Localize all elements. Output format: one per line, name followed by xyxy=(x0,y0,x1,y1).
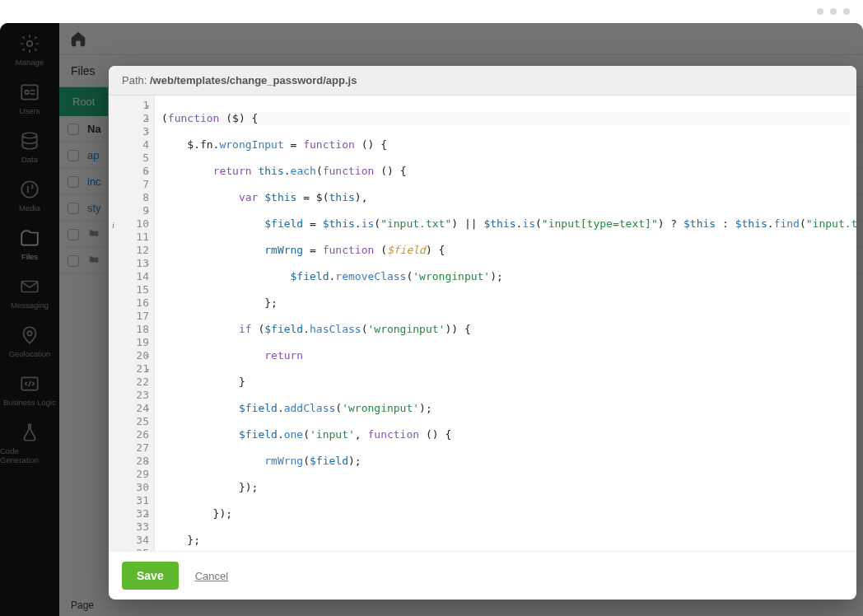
code-editor[interactable]: 1234567891011121314151617181920212223242… xyxy=(109,96,856,551)
gear-icon xyxy=(19,33,40,54)
file-name[interactable]: sty xyxy=(87,202,101,214)
editor-code-area[interactable]: (function ($) { $.fn.wrongInput = functi… xyxy=(155,96,856,551)
sidebar-item-code-generation[interactable]: Code Generation xyxy=(0,417,59,469)
gutter-line: 3 xyxy=(109,125,149,138)
window-control-dot[interactable] xyxy=(830,8,837,15)
gutter-line: 10 xyxy=(109,217,149,231)
sidebar-item-geolocation[interactable]: Geolocation xyxy=(0,320,59,363)
users-icon xyxy=(19,82,40,103)
gutter-line: 33 xyxy=(109,520,149,534)
database-icon xyxy=(19,130,40,152)
gutter-line: 15 xyxy=(109,283,149,296)
svg-point-4 xyxy=(21,181,38,198)
nav-sidebar: Manage Users Data Media xyxy=(0,23,59,616)
gutter-line: 28 xyxy=(109,455,149,468)
code-editor-modal: Path: /web/templates/change_password/app… xyxy=(109,66,856,600)
gutter-line: 21 xyxy=(109,362,149,376)
pagination: Page xyxy=(71,600,94,611)
row-checkbox[interactable] xyxy=(68,150,79,161)
media-icon xyxy=(19,179,40,200)
gutter-line: 23 xyxy=(109,389,149,402)
gutter-line: 30 xyxy=(109,481,149,494)
sidebar-item-users[interactable]: Users xyxy=(0,77,59,120)
folder-icon xyxy=(87,227,100,241)
gutter-line: 4 xyxy=(109,138,149,152)
gutter-line: 31 xyxy=(109,494,149,507)
gutter-line: 8 xyxy=(109,191,149,204)
gutter-line: 26 xyxy=(109,428,149,441)
file-path: /web/templates/change_password/app.js xyxy=(150,74,357,86)
window-control-dot[interactable] xyxy=(843,8,850,15)
svg-point-0 xyxy=(27,41,33,47)
sidebar-label: Files xyxy=(21,252,38,261)
gutter-line: 34 xyxy=(109,534,149,547)
sidebar-label: Data xyxy=(21,155,38,164)
pin-icon xyxy=(19,324,40,346)
page-label: Page xyxy=(71,600,94,611)
select-all-checkbox[interactable] xyxy=(68,124,79,135)
gutter-line: 16 xyxy=(109,296,149,310)
file-name[interactable]: ap xyxy=(87,149,99,161)
save-button[interactable]: Save xyxy=(122,562,179,590)
editor-gutter: 1234567891011121314151617181920212223242… xyxy=(109,96,155,551)
path-prefix: Path: xyxy=(122,74,147,86)
gutter-line: 18 xyxy=(109,323,149,336)
modal-footer: Save Cancel xyxy=(109,551,856,600)
gutter-line: 24 xyxy=(109,402,149,415)
sidebar-item-business-logic[interactable]: Business Logic xyxy=(0,368,59,412)
breadcrumb-root[interactable]: Root xyxy=(59,87,108,116)
sidebar-label: Media xyxy=(19,203,40,212)
sidebar-item-data[interactable]: Data xyxy=(0,125,59,169)
row-checkbox[interactable] xyxy=(68,255,79,267)
gutter-line: 2 xyxy=(109,112,149,125)
gutter-line: 35 xyxy=(109,547,149,551)
gutter-line: 12 xyxy=(109,244,149,257)
gutter-line: 6 xyxy=(109,165,149,178)
modal-header: Path: /web/templates/change_password/app… xyxy=(109,66,856,96)
row-checkbox[interactable] xyxy=(68,203,79,214)
sidebar-label: Code Generation xyxy=(0,446,59,464)
row-checkbox[interactable] xyxy=(68,176,79,188)
column-header-name[interactable]: Na xyxy=(87,123,101,135)
gutter-line: 11 xyxy=(109,231,149,244)
flask-icon xyxy=(19,422,40,443)
window-titlebar xyxy=(0,0,863,23)
gutter-line: 29 xyxy=(109,468,149,481)
sidebar-label: Geolocation xyxy=(9,349,51,358)
sidebar-label: Manage xyxy=(16,58,44,67)
svg-rect-5 xyxy=(21,282,38,292)
app-shell: Manage Users Data Media xyxy=(0,23,863,616)
gutter-line: 5 xyxy=(109,152,149,165)
sidebar-item-messaging[interactable]: Messaging xyxy=(0,271,59,315)
gutter-line: 9 xyxy=(109,204,149,217)
home-icon[interactable] xyxy=(69,30,87,48)
sidebar-label: Business Logic xyxy=(3,398,56,407)
sidebar-item-files[interactable]: Files xyxy=(0,222,59,266)
code-icon xyxy=(19,373,40,394)
folder-icon xyxy=(19,227,40,249)
cancel-button[interactable]: Cancel xyxy=(195,570,228,582)
explorer-title: Files xyxy=(59,64,107,77)
mail-icon xyxy=(19,276,40,297)
svg-point-3 xyxy=(22,133,36,138)
file-name[interactable]: inc xyxy=(87,175,101,188)
svg-point-2 xyxy=(25,91,29,95)
gutter-line: 19 xyxy=(109,336,149,349)
svg-point-6 xyxy=(27,331,31,335)
gutter-line: 20 xyxy=(109,349,149,362)
gutter-line: 17 xyxy=(109,310,149,323)
sidebar-item-media[interactable]: Media xyxy=(0,174,59,217)
window-control-dot[interactable] xyxy=(817,8,823,15)
gutter-line: 13 xyxy=(109,257,149,270)
gutter-line: 25 xyxy=(109,415,149,428)
gutter-line: 7 xyxy=(109,178,149,191)
gutter-line: 1 xyxy=(109,99,149,112)
gutter-line: 27 xyxy=(109,441,149,455)
gutter-line: 32 xyxy=(109,507,149,520)
sidebar-label: Messaging xyxy=(11,301,49,310)
row-checkbox[interactable] xyxy=(68,229,79,240)
gutter-line: 14 xyxy=(109,270,149,283)
folder-icon xyxy=(87,254,100,268)
sidebar-item-manage[interactable]: Manage xyxy=(0,28,59,72)
sidebar-label: Users xyxy=(20,106,40,115)
